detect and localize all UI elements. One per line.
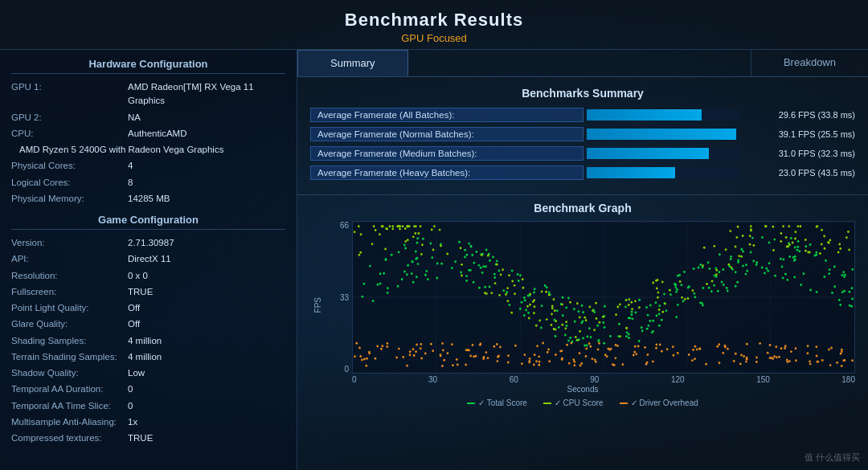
svg-point-251	[740, 248, 743, 251]
svg-point-184	[588, 327, 591, 329]
svg-point-619	[699, 348, 702, 350]
svg-point-169	[792, 256, 795, 259]
svg-point-339	[399, 227, 401, 230]
svg-point-91	[727, 290, 729, 292]
svg-point-205	[658, 325, 661, 327]
svg-point-333	[750, 225, 752, 227]
svg-point-232	[558, 326, 560, 329]
svg-point-166	[383, 272, 385, 275]
svg-point-259	[833, 285, 836, 288]
svg-point-374	[583, 317, 586, 319]
page-title: Benchmark Results	[0, 10, 868, 31]
graph-section: Benchmark Graph 66 33 0 FPS	[297, 194, 868, 470]
svg-point-114	[489, 260, 491, 262]
svg-point-342	[533, 299, 535, 301]
svg-point-42	[708, 287, 710, 289]
tab-breakdown[interactable]: Breakdown	[751, 50, 868, 76]
svg-point-608	[442, 349, 444, 352]
svg-point-279	[838, 299, 841, 301]
x-label-150: 150	[756, 375, 770, 384]
tab-summary[interactable]: Summary	[297, 50, 408, 76]
svg-point-89	[379, 272, 382, 275]
svg-point-423	[652, 281, 654, 284]
svg-point-687	[588, 342, 591, 345]
shadow-quality-value: Low	[128, 366, 145, 380]
svg-point-29	[401, 278, 403, 280]
svg-point-539	[424, 353, 427, 355]
svg-point-25	[694, 292, 696, 295]
graph-legend: ✓ Total Score ✓ CPU Score ✓ Driver Overh…	[310, 398, 855, 407]
graph-title: Benchmark Graph	[310, 202, 855, 215]
svg-point-400	[554, 309, 556, 312]
svg-point-57	[436, 263, 439, 265]
svg-point-579	[598, 342, 600, 345]
svg-point-404	[569, 301, 571, 304]
svg-point-111	[566, 325, 568, 327]
svg-point-700	[688, 354, 690, 356]
logical-cores-value: 8	[128, 176, 133, 190]
svg-point-330	[535, 325, 538, 327]
svg-point-118	[702, 304, 704, 307]
benchmark-row: Average Framerate (Medium Batches): 31.0…	[310, 146, 855, 161]
svg-point-175	[397, 285, 399, 288]
tabs-bar: Summary Breakdown	[297, 50, 868, 77]
svg-point-565	[380, 348, 383, 350]
svg-point-610	[381, 345, 383, 347]
svg-point-655	[705, 363, 707, 366]
svg-point-163	[844, 274, 846, 276]
svg-point-128	[464, 249, 466, 251]
svg-point-519	[398, 348, 400, 350]
svg-point-662	[694, 345, 697, 348]
y-axis-label: FPS	[313, 297, 322, 313]
svg-point-235	[436, 277, 439, 280]
svg-point-427	[415, 232, 417, 235]
svg-point-524	[409, 350, 411, 353]
svg-point-428	[381, 225, 383, 227]
benchmark-label: Average Framerate (Heavy Batches):	[310, 166, 583, 180]
hardware-section-title: Hardware Configuration	[11, 58, 285, 74]
svg-point-208	[752, 260, 755, 263]
svg-point-295	[517, 273, 519, 276]
svg-point-439	[522, 278, 524, 280]
svg-point-626	[769, 344, 772, 346]
svg-point-305	[582, 320, 584, 322]
svg-point-131	[693, 268, 695, 270]
y-mid-label: 33	[340, 293, 349, 302]
svg-point-494	[764, 225, 767, 227]
svg-point-246	[805, 245, 808, 247]
svg-point-78	[582, 311, 584, 313]
svg-point-508	[472, 344, 474, 346]
gpu2-row: GPU 2: NA	[11, 111, 285, 125]
svg-point-483	[628, 304, 630, 306]
svg-point-702	[769, 357, 772, 359]
svg-point-639	[755, 361, 758, 363]
svg-point-227	[851, 297, 854, 300]
svg-point-255	[527, 312, 530, 314]
svg-point-65	[649, 304, 652, 307]
svg-point-505	[548, 293, 551, 296]
svg-point-417	[727, 264, 730, 266]
svg-point-94	[638, 340, 641, 342]
svg-point-336	[420, 225, 422, 227]
svg-point-584	[573, 361, 575, 363]
svg-point-624	[767, 352, 769, 354]
svg-point-641	[585, 355, 588, 358]
svg-point-667	[718, 343, 720, 345]
svg-point-501	[354, 231, 356, 233]
x-label-60: 60	[510, 375, 518, 384]
benchmark-value: 29.6 FPS (33.8 ms)	[743, 110, 855, 120]
svg-point-53	[565, 306, 567, 309]
svg-point-207	[723, 284, 725, 286]
svg-point-564	[634, 345, 637, 348]
svg-point-480	[824, 247, 826, 250]
svg-point-395	[358, 254, 361, 256]
svg-point-48	[794, 246, 796, 248]
legend-cpu-score-label: ✓ CPU Score	[555, 398, 604, 407]
svg-point-171	[829, 268, 831, 271]
svg-point-680	[561, 358, 563, 361]
svg-point-179	[416, 276, 418, 278]
svg-point-364	[487, 255, 489, 257]
svg-point-366	[407, 239, 409, 241]
svg-point-490	[553, 298, 555, 300]
svg-point-21	[430, 243, 432, 245]
